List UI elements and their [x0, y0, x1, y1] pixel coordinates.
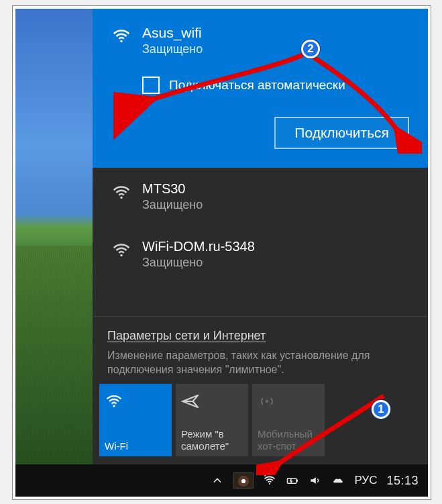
tile-wifi[interactable]: Wi-Fi [99, 384, 172, 456]
annotation-badge-1: 1 [372, 400, 390, 419]
taskbar: * РУС 15:13 [15, 464, 428, 497]
network-item-selected[interactable]: Asus_wifi Защищено Подключаться автомати… [93, 9, 428, 168]
wifi-icon [111, 240, 131, 260]
svg-point-4 [266, 400, 269, 403]
svg-rect-8 [297, 480, 298, 482]
wifi-tray-icon[interactable]: * [263, 474, 276, 487]
network-status: Защищено [142, 42, 409, 56]
svg-point-3 [113, 405, 115, 407]
network-item[interactable]: MTS30 Защищено [93, 168, 428, 225]
tray-app-icon[interactable] [233, 472, 254, 489]
airplane-icon [181, 392, 200, 411]
wifi-icon [111, 183, 131, 203]
network-name: WiFi-DOM.ru-5348 [142, 239, 409, 254]
svg-point-2 [120, 254, 123, 257]
desktop-wallpaper: Asus_wifi Защищено Подключаться автомати… [15, 9, 428, 464]
network-settings-link[interactable]: Параметры сети и Интернет [107, 329, 413, 343]
onedrive-tray-icon[interactable] [331, 474, 345, 487]
annotation-badge-2: 2 [301, 40, 320, 58]
tile-mobile-hotspot[interactable]: Мобильный хот-спот [252, 384, 325, 456]
tile-airplane-mode[interactable]: Режим "в самолете" [176, 384, 248, 456]
network-status: Защищено [142, 198, 409, 212]
volume-tray-icon[interactable] [309, 474, 322, 487]
svg-text:*: * [264, 474, 267, 480]
network-item[interactable]: WiFi-DOM.ru-5348 Защищено [93, 225, 428, 283]
network-name: MTS30 [142, 181, 409, 197]
screenshot-frame: Asus_wifi Защищено Подключаться автомати… [12, 5, 431, 500]
svg-point-1 [120, 197, 123, 199]
hotspot-icon [258, 392, 276, 411]
wifi-icon [105, 392, 123, 411]
network-settings-description: Изменение параметров, таких как установл… [107, 348, 413, 377]
tile-label: Режим "в самолете" [181, 428, 243, 452]
connect-button[interactable]: Подключиться [274, 117, 409, 149]
network-status: Защищено [142, 256, 409, 270]
system-tray: * РУС 15:13 [211, 472, 428, 489]
language-indicator[interactable]: РУС [354, 474, 377, 487]
network-name: Asus_wifi [142, 25, 409, 41]
tile-label: Мобильный хот-спот [258, 428, 319, 452]
wifi-icon [111, 26, 131, 46]
auto-connect-label: Подключаться автоматически [169, 78, 345, 93]
svg-point-5 [269, 483, 270, 485]
battery-tray-icon[interactable] [286, 474, 299, 487]
tile-label: Wi-Fi [105, 440, 166, 452]
svg-point-0 [120, 40, 123, 43]
clock[interactable]: 15:13 [386, 474, 419, 488]
network-flyout: Asus_wifi Защищено Подключаться автомати… [93, 9, 428, 464]
auto-connect-checkbox[interactable] [142, 77, 160, 94]
chevron-up-icon[interactable] [211, 474, 224, 487]
